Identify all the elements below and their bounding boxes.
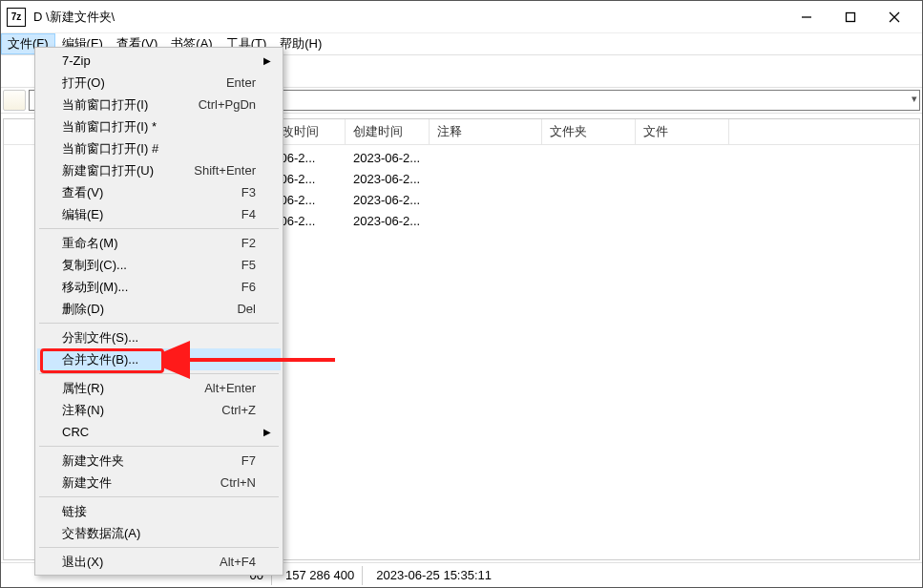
menu-item-shortcut: F4 [241,207,256,221]
title-bar: 7z D \新建文件夹\ [1,1,922,33]
menu-item-7[interactable]: 编辑(E)F4 [37,203,281,225]
menu-separator [39,228,279,229]
menu-item-label: 新建文件 [62,474,220,492]
menu-item-6[interactable]: 查看(V)F3 [37,181,281,203]
menu-item-label: 当前窗口打开(I) # [62,140,256,158]
menu-item-shortcut: F3 [241,185,256,200]
menu-item-label: 新建文件夹 [62,452,241,470]
menu-item-label: CRC [62,425,256,439]
window-title: D \新建文件夹\ [33,9,785,26]
status-right: 2023-06-25 15:35:11 [368,566,499,585]
cell-ctime: 2023-06-2... [346,172,430,186]
menu-item-15[interactable]: 合并文件(B)... [37,348,281,370]
menu-separator [39,323,279,324]
menu-separator [39,446,279,447]
menu-item-label: 移动到(M)... [62,279,241,296]
menu-item-shortcut: F6 [241,280,256,294]
menu-item-12[interactable]: 删除(D)Del [37,298,281,320]
menu-item-9[interactable]: 重命名(M)F2 [37,232,281,254]
menu-item-label: 复制到(C)... [62,257,241,274]
close-icon [889,11,900,23]
menu-item-5[interactable]: 新建窗口打开(U)Shift+Enter [37,159,281,181]
maximize-button[interactable] [829,3,872,32]
cell-ctime: 2023-06-2... [346,151,430,165]
menu-item-shortcut: F2 [241,236,256,250]
menu-item-25[interactable]: 交替数据流(A) [37,522,281,544]
menu-item-label: 分割文件(S)... [62,329,256,346]
folder-icon [3,90,26,111]
menu-item-shortcut: Shift+Enter [194,163,256,178]
menu-item-label: 重命名(M) [62,235,241,252]
menu-item-14[interactable]: 分割文件(S)... [37,326,281,348]
menu-item-label: 新建窗口打开(U) [62,162,194,179]
svg-rect-1 [847,12,855,21]
app-icon: 7z [7,8,26,27]
menu-item-label: 编辑(E) [62,206,241,223]
close-button[interactable] [872,3,916,32]
menu-item-shortcut: Del [237,302,256,316]
menu-item-label: 删除(D) [62,301,237,318]
chevron-right-icon: ▶ [263,55,271,66]
menu-item-24[interactable]: 链接 [37,500,281,522]
column-header-2[interactable]: 注释 [430,119,542,144]
menu-item-shortcut: F7 [241,453,256,468]
menu-item-label: 注释(N) [62,402,221,419]
menu-item-shortcut: Alt+Enter [204,381,256,395]
menu-item-label: 打开(O) [62,74,226,92]
menu-item-18[interactable]: 注释(N)Ctrl+Z [37,399,281,421]
menu-item-label: 当前窗口打开(I) [62,96,199,114]
column-header-3[interactable]: 文件夹 [542,119,636,144]
column-header-4[interactable]: 文件 [636,119,729,144]
menu-separator [39,373,279,374]
menu-item-label: 合并文件(B)... [62,351,256,368]
menu-item-label: 属性(R) [62,380,204,397]
menu-item-19[interactable]: CRC▶ [37,421,281,443]
menu-item-17[interactable]: 属性(R)Alt+Enter [37,377,281,399]
file-menu-dropdown: 7-Zip▶打开(O)Enter当前窗口打开(I)Ctrl+PgDn当前窗口打开… [34,47,283,576]
cell-ctime: 2023-06-2... [346,214,430,228]
menu-item-shortcut: Alt+F4 [220,555,256,569]
menu-separator [39,547,279,548]
menu-item-0[interactable]: 7-Zip▶ [37,50,281,72]
chevron-down-icon[interactable]: ▾ [912,93,917,105]
menu-item-shortcut: Ctrl+Z [221,403,256,417]
menu-separator [39,496,279,497]
status-mid: 157 286 400 [278,566,363,585]
minimize-icon [801,11,812,23]
menu-item-10[interactable]: 复制到(C)...F5 [37,254,281,276]
menu-item-shortcut: Ctrl+N [220,475,256,490]
menu-item-label: 当前窗口打开(I) * [62,118,256,136]
cell-ctime: 2023-06-2... [346,193,430,207]
column-header-1[interactable]: 创建时间 [346,119,430,144]
menu-item-21[interactable]: 新建文件夹F7 [37,450,281,472]
menu-item-shortcut: Ctrl+PgDn [199,97,256,112]
menu-item-shortcut: Enter [226,75,256,90]
menu-item-label: 退出(X) [62,554,220,571]
chevron-right-icon: ▶ [263,427,271,437]
menu-item-1[interactable]: 打开(O)Enter [37,72,281,94]
menu-item-22[interactable]: 新建文件Ctrl+N [37,472,281,494]
maximize-icon [845,11,856,23]
menu-item-4[interactable]: 当前窗口打开(I) # [37,137,281,159]
menu-item-label: 查看(V) [62,184,241,201]
menu-item-label: 交替数据流(A) [62,525,256,542]
menu-item-27[interactable]: 退出(X)Alt+F4 [37,551,281,573]
menu-item-11[interactable]: 移动到(M)...F6 [37,276,281,298]
app-window: 7z D \新建文件夹\ 文件(F)编辑(E)查看(V)书签(A)工具(T)帮助… [0,0,923,588]
menu-item-label: 7-Zip [62,53,256,68]
menu-item-3[interactable]: 当前窗口打开(I) * [37,116,281,137]
menu-item-shortcut: F5 [241,258,256,272]
minimize-button[interactable] [785,3,829,32]
menu-item-2[interactable]: 当前窗口打开(I)Ctrl+PgDn [37,94,281,116]
menu-item-label: 链接 [62,503,256,520]
